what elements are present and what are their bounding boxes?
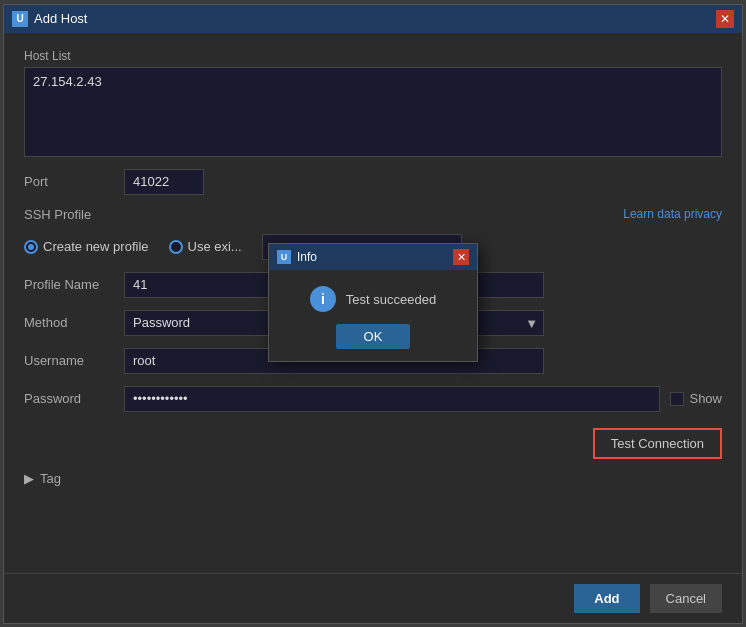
modal-title: Info: [297, 250, 317, 264]
window-close-button[interactable]: ✕: [716, 10, 734, 28]
cancel-button[interactable]: Cancel: [650, 584, 722, 613]
modal-window-icon: U: [277, 250, 291, 264]
modal-titlebar-left: U Info: [277, 250, 317, 264]
modal-message: Test succeeded: [346, 292, 436, 307]
main-content: Host List 27.154.2.43 Port SSH Profile L…: [4, 33, 742, 573]
info-dialog: U Info ✕ i Test succeeded OK: [268, 243, 478, 362]
add-button[interactable]: Add: [574, 584, 639, 613]
modal-message-row: i Test succeeded: [310, 286, 436, 312]
window-title: Add Host: [34, 11, 87, 26]
info-icon: i: [310, 286, 336, 312]
add-host-window: U Add Host ✕ Host List 27.154.2.43 Port …: [3, 4, 743, 624]
modal-titlebar: U Info ✕: [269, 244, 477, 270]
modal-overlay: U Info ✕ i Test succeeded OK: [4, 33, 742, 573]
titlebar: U Add Host ✕: [4, 5, 742, 33]
window-icon: U: [12, 11, 28, 27]
modal-close-button[interactable]: ✕: [453, 249, 469, 265]
bottom-bar: Add Cancel: [4, 573, 742, 623]
titlebar-left: U Add Host: [12, 11, 87, 27]
modal-ok-button[interactable]: OK: [336, 324, 411, 349]
modal-body: i Test succeeded OK: [269, 270, 477, 361]
